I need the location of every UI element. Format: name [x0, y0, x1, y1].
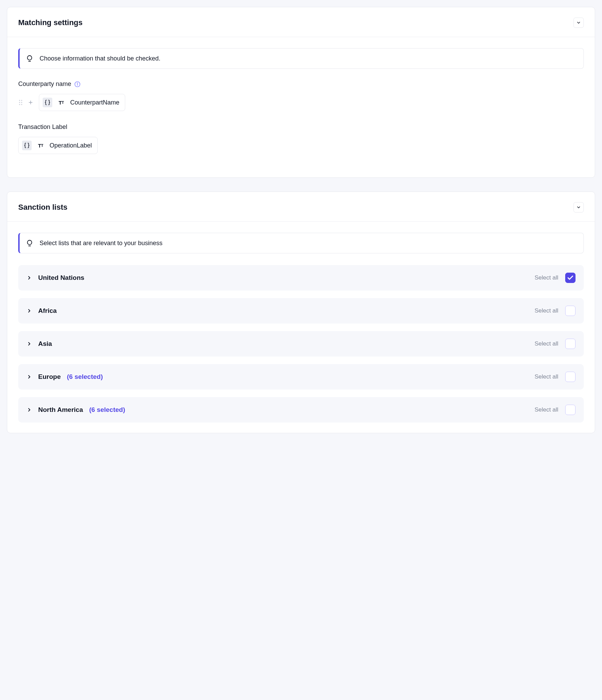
- select-all-checkbox[interactable]: [565, 273, 576, 283]
- sanction-lists-card: Sanction lists Select lists that are rel…: [7, 192, 595, 433]
- add-field-button[interactable]: [28, 100, 33, 105]
- svg-point-10: [21, 104, 22, 105]
- group-name: Africa: [38, 307, 57, 315]
- chevron-right-icon[interactable]: [26, 308, 32, 314]
- group-name: Europe: [38, 373, 61, 381]
- callout-text: Choose information that should be checke…: [40, 55, 160, 62]
- field-label: Counterparty name: [18, 80, 584, 88]
- group-left: Africa: [26, 307, 57, 315]
- select-all-label: Select all: [535, 274, 558, 281]
- section-body: Choose information that should be checke…: [7, 37, 595, 177]
- field-chip[interactable]: TTOperationLabel: [18, 137, 98, 154]
- lightbulb-icon: [26, 239, 33, 247]
- section-header: Sanction lists: [7, 192, 595, 222]
- select-all-label: Select all: [535, 307, 558, 314]
- svg-point-8: [21, 102, 22, 103]
- section-body: Select lists that are relevant to your b…: [7, 222, 595, 433]
- svg-point-0: [28, 56, 32, 60]
- group-right: Select all: [535, 306, 576, 316]
- chevron-down-icon: [576, 20, 581, 25]
- info-callout: Select lists that are relevant to your b…: [18, 233, 584, 253]
- sanction-group-row: Europe(6 selected)Select all: [18, 364, 584, 390]
- drag-handle-icon[interactable]: [18, 99, 23, 106]
- chevron-right-icon[interactable]: [26, 341, 32, 347]
- sanction-group-row: North America(6 selected)Select all: [18, 397, 584, 423]
- sanction-group-row: AsiaSelect all: [18, 331, 584, 357]
- group-left: Asia: [26, 340, 52, 348]
- text-type-icon: TT: [36, 141, 45, 150]
- select-all-checkbox[interactable]: [565, 306, 576, 316]
- sanction-group-row: AfricaSelect all: [18, 298, 584, 324]
- field-label-text: Counterparty name: [18, 80, 71, 88]
- collapse-button[interactable]: [573, 18, 584, 28]
- select-all-label: Select all: [535, 340, 558, 347]
- svg-point-7: [19, 102, 20, 103]
- group-right: Select all: [535, 405, 576, 415]
- callout-text: Select lists that are relevant to your b…: [40, 240, 162, 247]
- matching-title: Matching settings: [18, 18, 83, 27]
- svg-point-6: [21, 100, 22, 101]
- chevron-right-icon[interactable]: [26, 374, 32, 380]
- group-left: United Nations: [26, 274, 84, 282]
- sanctions-title: Sanction lists: [18, 203, 67, 212]
- select-all-label: Select all: [535, 373, 558, 380]
- field-block: Transaction LabelTTOperationLabel: [18, 123, 584, 154]
- group-right: Select all: [535, 372, 576, 382]
- chevron-right-icon[interactable]: [26, 407, 32, 413]
- select-all-checkbox[interactable]: [565, 339, 576, 349]
- info-icon[interactable]: [74, 81, 81, 88]
- field-chip-label: CounterpartName: [70, 99, 119, 106]
- handle-plus-group: [18, 99, 33, 106]
- matching-settings-card: Matching settings Choose information tha…: [7, 7, 595, 178]
- select-all-checkbox[interactable]: [565, 405, 576, 415]
- field-chip[interactable]: TTCounterpartName: [39, 94, 125, 111]
- info-callout: Choose information that should be checke…: [18, 48, 584, 69]
- collapse-button[interactable]: [573, 202, 584, 212]
- matching-fields: Counterparty nameTTCounterpartNameTransa…: [18, 80, 584, 154]
- select-all-label: Select all: [535, 406, 558, 413]
- selected-count-badge: (6 selected): [89, 406, 125, 414]
- field-label: Transaction Label: [18, 123, 584, 131]
- chevron-down-icon: [576, 205, 581, 210]
- group-name: United Nations: [38, 274, 84, 282]
- select-all-checkbox[interactable]: [565, 372, 576, 382]
- field-label-text: Transaction Label: [18, 123, 67, 131]
- svg-point-4: [77, 83, 78, 83]
- chevron-right-icon[interactable]: [26, 275, 32, 281]
- group-name: North America: [38, 406, 83, 414]
- svg-point-5: [19, 100, 20, 101]
- svg-point-13: [28, 240, 32, 245]
- group-left: North America(6 selected): [26, 406, 125, 414]
- text-type-icon: TT: [56, 98, 66, 107]
- braces-icon: [22, 141, 32, 150]
- selected-count-badge: (6 selected): [67, 373, 103, 381]
- svg-point-9: [19, 104, 20, 105]
- group-right: Select all: [535, 273, 576, 283]
- sanction-group-row: United NationsSelect all: [18, 265, 584, 291]
- field-row: TTCounterpartName: [18, 94, 584, 111]
- group-right: Select all: [535, 339, 576, 349]
- braces-icon: [43, 98, 52, 107]
- lightbulb-icon: [26, 55, 33, 62]
- field-chip-label: OperationLabel: [50, 142, 92, 149]
- sanction-groups: United NationsSelect allAfricaSelect all…: [18, 265, 584, 423]
- group-left: Europe(6 selected): [26, 373, 103, 381]
- field-row: TTOperationLabel: [18, 137, 584, 154]
- field-block: Counterparty nameTTCounterpartName: [18, 80, 584, 111]
- group-name: Asia: [38, 340, 52, 348]
- section-header: Matching settings: [7, 7, 595, 37]
